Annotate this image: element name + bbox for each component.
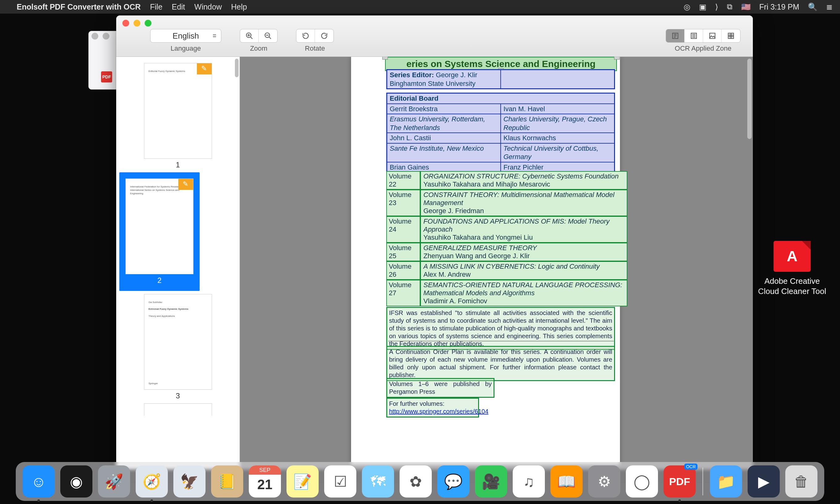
volume-number: Volume 24 [386,216,420,243]
thumbnail-page-3[interactable]: Ga Sobhdav Extremal Fuzzy Dynamic System… [144,294,212,400]
pergamon-text: Volumes 1–6 were published by Pergamon P… [387,379,493,397]
dock: ☺◉🚀🧭🦅📒SEP21📝☑🗺✿💬🎥♫📖⚙◯PDFOCR 📁▶MOVIE🗑 [16,462,824,501]
menu-file[interactable]: File [150,2,162,12]
language-select[interactable]: English [150,29,221,42]
content-area: Editorial Fuzzy Dynamic Systems 1 Intern… [116,57,753,469]
dock-app-ibooks[interactable]: 📖 [550,465,582,498]
divider [388,341,614,341]
dock-app-pdf-ocr[interactable]: PDFOCR [664,465,696,498]
ocr-zone-pergamon[interactable]: Volumes 1–6 were published by Pergamon P… [386,378,494,398]
ocr-zone-text-button[interactable] [685,29,703,42]
dock-app-sysprefs[interactable]: ⚙ [588,465,620,498]
volume-desc: CONSTRAINT THEORY: Multidimensional Math… [420,190,627,216]
dock-app-trash[interactable]: 🗑 [785,465,818,498]
thumbnail-page-2[interactable]: International Federation for Systems Res… [119,172,200,291]
zoom-button[interactable] [145,20,152,26]
list-icon[interactable]: ≣ [826,2,833,12]
ocr-zone-label: OCR Applied Zone [675,44,731,53]
airplay-icon[interactable]: ▣ [699,2,706,12]
menu-edit[interactable]: Edit [172,2,185,12]
dock-app-movie[interactable]: ▶MOVIE [748,465,780,498]
ocr-zone-editorial-board[interactable]: Editorial Board Gerrit Broekstra Ivan M.… [386,93,615,183]
dock-app-chrome[interactable]: ◯ [626,465,658,498]
volume-number: Volume 22 [386,171,420,190]
resize-handle[interactable] [382,57,388,59]
zoom-segment [240,29,278,42]
ocr-zone-further-volumes[interactable]: For further volumes: http://www.springer… [386,398,479,417]
volume-desc: FOUNDATIONS AND APPLICATIONS OF MIS: Mod… [420,216,627,243]
desktop-icon-adobe-cleaner[interactable]: A Adobe Creative Cloud Cleaner Tool [756,241,828,296]
ocr-zone-image-button[interactable] [703,29,722,42]
rotate-cw-button[interactable] [315,29,333,42]
pdf-icon: PDF [101,71,112,83]
minimize-button[interactable] [134,20,140,26]
viewer-scrollbar[interactable] [747,59,752,139]
dock-app-mail[interactable]: 🦅 [173,465,206,498]
background-window[interactable]: PDF [88,31,116,90]
running-indicator [678,499,681,502]
dock-app-facetime[interactable]: 🎥 [475,465,507,498]
document-viewer[interactable]: eries on Systems Science and Engineering… [240,57,753,469]
language-label: Language [171,44,201,53]
toolbar: English Language Zoom Rotate [116,15,753,57]
ocr-zone-table-button[interactable] [722,29,740,42]
thumb-text: Ga Sobhdav Extremal Fuzzy Dynamic System… [144,294,212,324]
dock-app-siri[interactable]: ◉ [60,465,92,498]
resize-handle[interactable] [614,57,620,59]
thumbnail-sidebar[interactable]: Editorial Fuzzy Dynamic Systems 1 Intern… [116,57,240,469]
document-page: eries on Systems Science and Engineering… [351,57,620,465]
dock-app-notes[interactable]: 📝 [286,465,319,498]
bluetooth-icon[interactable]: ⟩ [715,2,718,12]
volume-number: Volume 27 [386,280,420,306]
menu-window[interactable]: Window [194,2,222,12]
thumbnail-page-4[interactable] [144,403,212,416]
adobe-icon: A [773,241,811,272]
thumbnail-page-1[interactable]: Editorial Fuzzy Dynamic Systems 1 [144,63,212,169]
volume-number: Volume 23 [386,190,420,216]
dock-app-contacts[interactable]: 📒 [211,465,243,498]
ocr-zone-ifsr-paragraph[interactable]: IFSR was established "to stimulate all a… [386,307,615,350]
ocr-zone-continuation-paragraph[interactable]: A Continuation Order Plan is available f… [386,346,615,381]
volume-number: Volume 26 [386,261,420,280]
menubar-app-name[interactable]: Enolsoft PDF Converter with OCR [17,2,141,12]
window-traffic-lights [122,20,152,26]
menubar-clock[interactable]: Fri 3:19 PM [759,2,799,12]
svg-rect-5 [728,33,733,38]
dock-app-photos[interactable]: ✿ [400,465,432,498]
flag-icon[interactable]: 🇺🇸 [741,2,751,12]
creative-cloud-icon[interactable]: ◎ [684,2,690,12]
dock-app-itunes[interactable]: ♫ [513,465,545,498]
dock-app-safari[interactable]: 🧭 [136,465,168,498]
rotate-label: Rotate [305,44,325,53]
spotlight-icon[interactable]: 🔍 [808,2,818,12]
thumbnail-number: 2 [122,276,196,285]
dock-app-finder[interactable]: ☺ [22,465,55,498]
dock-app-launchpad[interactable]: 🚀 [98,465,130,498]
springer-link[interactable]: http://www.springer.com/series/6104 [389,408,488,415]
displays-icon[interactable]: ⧉ [727,2,732,12]
ocr-zone-volumes[interactable]: Volume 22ORGANIZATION STRUCTURE: Cyberne… [386,171,627,306]
dock-app-calendar[interactable]: SEP21 [249,465,281,498]
thumbnail-number: 1 [144,161,212,169]
ocr-zone-auto-button[interactable] [666,29,685,42]
mac-menubar: Enolsoft PDF Converter with OCR File Edi… [0,0,840,14]
dock-app-downloads[interactable]: 📁 [710,465,742,498]
background-window-traffic-lights [91,33,109,39]
ocr-zone-series-editor[interactable]: Series Editor: George J. KlirBinghamton … [386,69,615,89]
further-label: For further volumes: [389,400,444,407]
desktop-icon-label: Adobe Creative Cloud Cleaner Tool [756,276,828,296]
zoom-in-button[interactable] [240,29,259,42]
svg-rect-4 [710,33,715,38]
sidebar-scrollbar[interactable] [235,59,239,77]
close-button[interactable] [122,20,129,26]
language-value: English [172,31,199,41]
rotate-segment [296,29,334,42]
dock-app-messages[interactable]: 💬 [437,465,470,498]
dock-app-reminders[interactable]: ☑ [324,465,356,498]
menu-help[interactable]: Help [231,2,247,12]
rotate-ccw-button[interactable] [296,29,315,42]
ocr-zone-segment [666,29,740,42]
dock-app-maps[interactable]: 🗺 [362,465,394,498]
zoom-out-button[interactable] [259,29,277,42]
volume-desc: GENERALIZED MEASURE THEORYZhenyuan Wang … [420,243,627,261]
